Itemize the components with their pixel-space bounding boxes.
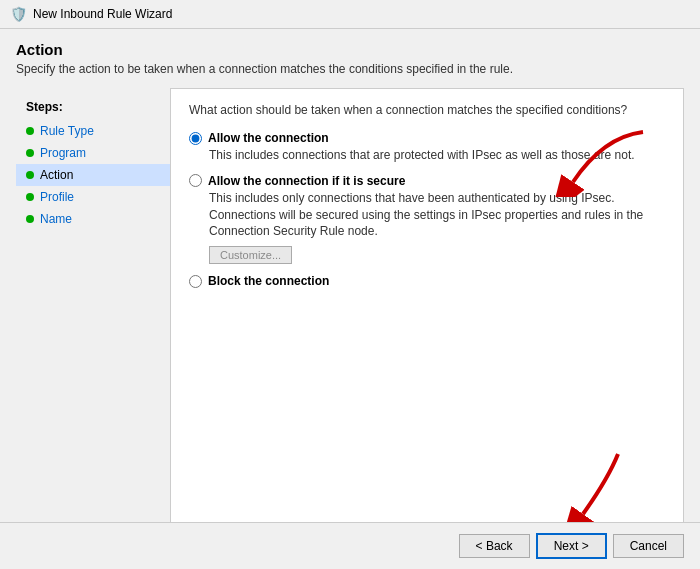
dot-rule-type bbox=[26, 127, 34, 135]
radio-option-allow-secure: Allow the connection if it is secure Thi… bbox=[189, 174, 665, 264]
body-area: Steps: Rule Type Program Action Profile … bbox=[16, 88, 684, 548]
dot-program bbox=[26, 149, 34, 157]
sidebar-item-program[interactable]: Program bbox=[16, 142, 170, 164]
title-bar-icon: 🛡️ bbox=[10, 6, 27, 22]
title-bar-text: New Inbound Rule Wizard bbox=[33, 7, 172, 21]
dot-action bbox=[26, 171, 34, 179]
radio-block-text: Block the connection bbox=[208, 274, 329, 288]
sidebar-item-profile[interactable]: Profile bbox=[16, 186, 170, 208]
title-bar: 🛡️ New Inbound Rule Wizard bbox=[0, 0, 700, 29]
back-button[interactable]: < Back bbox=[459, 534, 530, 558]
radio-allow-desc: This includes connections that are prote… bbox=[209, 147, 665, 164]
cancel-button[interactable]: Cancel bbox=[613, 534, 684, 558]
sidebar: Steps: Rule Type Program Action Profile … bbox=[16, 88, 171, 548]
radio-label-allow[interactable]: Allow the connection bbox=[189, 131, 665, 145]
radio-allow-secure-desc: This includes only connections that have… bbox=[209, 190, 665, 240]
main-content: Action Specify the action to be taken wh… bbox=[0, 29, 700, 556]
sidebar-item-label: Action bbox=[40, 168, 73, 182]
dot-name bbox=[26, 215, 34, 223]
page-title: Action bbox=[16, 41, 684, 58]
question-text: What action should be taken when a conne… bbox=[189, 103, 665, 117]
radio-allow-secure-text: Allow the connection if it is secure bbox=[208, 174, 405, 188]
radio-block[interactable] bbox=[189, 275, 202, 288]
radio-allow[interactable] bbox=[189, 132, 202, 145]
sidebar-item-label: Profile bbox=[40, 190, 74, 204]
sidebar-item-action[interactable]: Action bbox=[16, 164, 170, 186]
footer: < Back Next > Cancel bbox=[0, 522, 700, 569]
radio-label-allow-secure[interactable]: Allow the connection if it is secure bbox=[189, 174, 665, 188]
radio-allow-text: Allow the connection bbox=[208, 131, 329, 145]
radio-label-block[interactable]: Block the connection bbox=[189, 274, 665, 288]
radio-option-allow: Allow the connection This includes conne… bbox=[189, 131, 665, 164]
dot-profile bbox=[26, 193, 34, 201]
customize-button[interactable]: Customize... bbox=[209, 246, 292, 264]
sidebar-label: Steps: bbox=[16, 96, 170, 120]
sidebar-item-label: Name bbox=[40, 212, 72, 226]
content-panel: What action should be taken when a conne… bbox=[171, 88, 684, 548]
red-arrow-2 bbox=[538, 449, 628, 529]
sidebar-item-label: Rule Type bbox=[40, 124, 94, 138]
sidebar-item-rule-type[interactable]: Rule Type bbox=[16, 120, 170, 142]
next-button[interactable]: Next > bbox=[536, 533, 607, 559]
radio-option-block: Block the connection bbox=[189, 274, 665, 288]
page-subtitle: Specify the action to be taken when a co… bbox=[16, 62, 684, 76]
sidebar-item-name[interactable]: Name bbox=[16, 208, 170, 230]
radio-allow-secure[interactable] bbox=[189, 174, 202, 187]
sidebar-item-label: Program bbox=[40, 146, 86, 160]
